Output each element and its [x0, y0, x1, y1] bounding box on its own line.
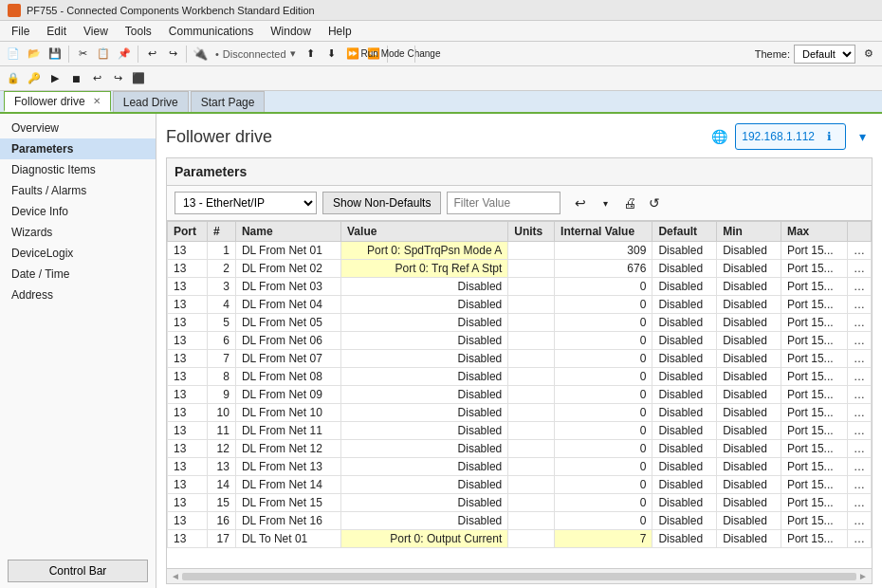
sidebar-item-faults--alarms[interactable]: Faults / Alarms: [0, 180, 156, 201]
table-row: 1312DL From Net 12Disabled0DisabledDisab…: [168, 440, 872, 458]
secondary-btn-5[interactable]: ↩: [87, 69, 106, 88]
table-row: 135DL From Net 05Disabled0DisabledDisabl…: [168, 314, 872, 332]
theme-settings-btn[interactable]: ⚙: [859, 45, 878, 64]
table-row: 132DL From Net 02Port 0: Trq Ref A Stpt6…: [168, 260, 872, 278]
tab-follower-drive[interactable]: Follower drive ✕: [4, 91, 111, 112]
table-scroll-h[interactable]: ◄ ►: [167, 568, 872, 583]
parameters-header: Parameters: [167, 158, 872, 186]
app-icon: [8, 4, 21, 17]
secondary-btn-1[interactable]: 🔒: [4, 69, 23, 88]
toolbar-secondary: 🔒 🔑 ▶ ⏹ ↩ ↪ ⬛: [0, 66, 882, 91]
col-internal: Internal Value: [555, 222, 652, 242]
filter-input[interactable]: [447, 192, 560, 214]
menu-communications[interactable]: Communications: [161, 23, 261, 40]
sidebar-item-wizards[interactable]: Wizards: [0, 222, 156, 243]
secondary-btn-7[interactable]: ⬛: [129, 69, 148, 88]
undo-params-icon[interactable]: ↩: [570, 193, 591, 213]
scroll-left-arrow[interactable]: ◄: [171, 571, 180, 581]
paste-btn[interactable]: 📌: [115, 45, 134, 64]
sidebar-item-date--time[interactable]: Date / Time: [0, 264, 156, 285]
sidebar-item-parameters[interactable]: Parameters: [0, 138, 156, 159]
menu-help[interactable]: Help: [321, 23, 359, 40]
col-max: Max: [781, 222, 847, 242]
port-select[interactable]: 13 - EtherNet/IP: [175, 192, 317, 214]
info-icon[interactable]: ℹ: [818, 126, 839, 147]
menu-bar: File Edit View Tools Communications Wind…: [0, 21, 882, 42]
theme-dropdown[interactable]: Default: [794, 45, 855, 64]
menu-file[interactable]: File: [4, 23, 37, 40]
tab-lead-drive[interactable]: Lead Drive: [113, 91, 189, 112]
sidebar-item-device-info[interactable]: Device Info: [0, 201, 156, 222]
new-btn[interactable]: 📄: [4, 45, 23, 64]
main-layout: OverviewParametersDiagnostic ItemsFaults…: [0, 114, 882, 588]
sidebar-item-devicelogix[interactable]: DeviceLogix: [0, 243, 156, 264]
page-title-actions: 🌐 192.168.1.112 ℹ ▾: [708, 123, 873, 150]
copy-btn[interactable]: 📋: [94, 45, 113, 64]
show-non-defaults-btn[interactable]: Show Non-Defaults: [322, 192, 441, 214]
tab-follower-drive-close[interactable]: ✕: [93, 96, 101, 106]
sidebar: OverviewParametersDiagnostic ItemsFaults…: [0, 114, 156, 588]
theme-label: Theme:: [755, 48, 790, 60]
scroll-right-arrow[interactable]: ►: [858, 571, 868, 581]
bullet-icon: •: [215, 48, 219, 60]
table-row: 139DL From Net 09Disabled0DisabledDisabl…: [168, 386, 872, 404]
tabs-bar: Follower drive ✕ Lead Drive Start Page: [0, 91, 882, 114]
sidebar-item-address[interactable]: Address: [0, 285, 156, 305]
col-min: Min: [717, 222, 781, 242]
save-btn[interactable]: 💾: [46, 45, 64, 64]
sidebar-item-overview[interactable]: Overview: [0, 118, 156, 138]
undo-btn[interactable]: ↩: [142, 45, 161, 64]
tab-start-page-label: Start Page: [201, 96, 255, 109]
download-btn[interactable]: ⬇: [322, 45, 341, 64]
secondary-btn-6[interactable]: ↪: [108, 69, 127, 88]
control-bar-button[interactable]: Control Bar: [8, 560, 148, 582]
refresh-icon[interactable]: ↺: [644, 193, 665, 213]
undo-dropdown-icon[interactable]: ▾: [595, 193, 616, 213]
table-row: 1316DL From Net 16Disabled0DisabledDisab…: [168, 512, 872, 530]
run-mode-btn[interactable]: Run Mode Change: [392, 45, 411, 64]
forward-btn[interactable]: ⏩: [343, 45, 362, 64]
sep3: [186, 46, 187, 63]
page-title-row: Follower drive 🌐 192.168.1.112 ℹ ▾: [166, 123, 873, 150]
upload-btn[interactable]: ⬆: [302, 45, 321, 64]
secondary-btn-4[interactable]: ⏹: [66, 69, 85, 88]
table-row: 134DL From Net 04Disabled0DisabledDisabl…: [168, 296, 872, 314]
dropdown-icon[interactable]: ▾: [852, 126, 873, 147]
tab-lead-drive-label: Lead Drive: [123, 96, 178, 109]
print-icon[interactable]: 🖨: [619, 193, 640, 213]
redo-btn[interactable]: ↪: [163, 45, 182, 64]
open-btn[interactable]: 📂: [25, 45, 44, 64]
menu-edit[interactable]: Edit: [39, 23, 74, 40]
menu-tools[interactable]: Tools: [118, 23, 159, 40]
parameters-toolbar: 13 - EtherNet/IP Show Non-Defaults ↩ ▾ 🖨…: [167, 186, 872, 221]
table-row: 1314DL From Net 14Disabled0DisabledDisab…: [168, 476, 872, 494]
col-value: Value: [341, 222, 508, 242]
parameters-table: Port # Name Value Units Internal Value D…: [167, 221, 872, 548]
table-row: 1315DL From Net 15Disabled0DisabledDisab…: [168, 494, 872, 512]
content-area: Follower drive 🌐 192.168.1.112 ℹ ▾ Param…: [156, 114, 882, 588]
theme-selector: Theme: Default ⚙: [755, 45, 878, 64]
sep1: [68, 46, 69, 63]
col-scrollbar-placeholder: [848, 222, 872, 242]
sidebar-spacer: [0, 305, 156, 552]
table-header-row: Port # Name Value Units Internal Value D…: [168, 222, 872, 242]
col-port: Port: [168, 222, 208, 242]
tab-start-page[interactable]: Start Page: [191, 91, 266, 112]
col-name: Name: [235, 222, 340, 242]
sep2: [138, 46, 138, 63]
parameters-table-wrapper[interactable]: Port # Name Value Units Internal Value D…: [167, 221, 872, 568]
secondary-btn-2[interactable]: 🔑: [25, 69, 44, 88]
sidebar-item-diagnostic-items[interactable]: Diagnostic Items: [0, 159, 156, 180]
globe-icon[interactable]: 🌐: [708, 126, 729, 147]
parameters-section: Parameters 13 - EtherNet/IP Show Non-Def…: [166, 157, 873, 584]
arrow-icon: ▾: [290, 47, 296, 60]
menu-view[interactable]: View: [76, 23, 116, 40]
connect-btn[interactable]: 🔌: [191, 45, 210, 64]
table-row: 1311DL From Net 11Disabled0DisabledDisab…: [168, 422, 872, 440]
run-mode-label: Run Mode Change: [361, 48, 441, 59]
cut-btn[interactable]: ✂: [73, 45, 92, 64]
title-bar: PF755 - Connected Components Workbench S…: [0, 0, 882, 21]
secondary-btn-3[interactable]: ▶: [46, 69, 64, 88]
params-action-icons: ↩ ▾ 🖨 ↺: [570, 193, 665, 213]
menu-window[interactable]: Window: [263, 23, 319, 40]
